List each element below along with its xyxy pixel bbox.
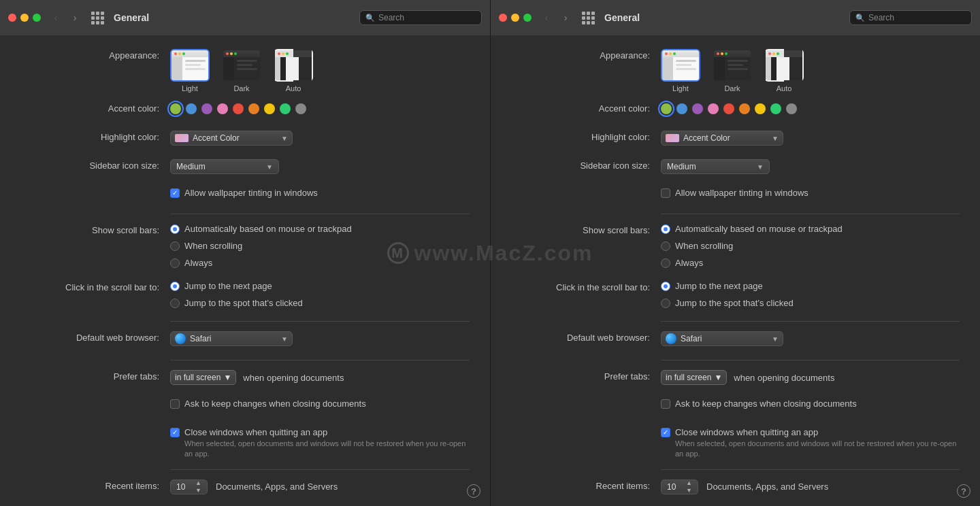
- light-thumb-right[interactable]: [661, 49, 700, 82]
- click-spot-radio-right[interactable]: [661, 299, 670, 308]
- scroll-scrolling-radio[interactable]: [170, 241, 180, 251]
- ask-changes-checkbox-row[interactable]: Ask to keep changes when closing documen…: [170, 399, 366, 409]
- appearance-options-right: Light: [661, 49, 804, 92]
- accent-red[interactable]: [233, 103, 244, 114]
- wallpaper-checkbox[interactable]: [170, 188, 180, 198]
- highlight-dropdown-right[interactable]: Accent Color ▼: [661, 131, 783, 146]
- sidebar-size-control: Medium ▼: [170, 159, 470, 174]
- search-bar-right[interactable]: 🔍 Search: [849, 10, 972, 25]
- click-next-option[interactable]: Jump to the next page: [170, 281, 272, 291]
- accent-purple-right[interactable]: [692, 103, 703, 114]
- sidebar-size-dropdown-right[interactable]: Medium ▼: [661, 159, 770, 174]
- auto-thumb[interactable]: [274, 49, 313, 82]
- highlight-color-row: Highlight color: Accent Color ▼: [20, 131, 470, 150]
- click-next-radio-right[interactable]: [661, 282, 670, 291]
- forward-button-right[interactable]: ›: [559, 11, 572, 24]
- prefer-tabs-arrow: ▼: [223, 373, 231, 382]
- wallpaper-checkbox-row-right[interactable]: Allow wallpaper tinting in windows: [661, 188, 808, 198]
- back-button-right[interactable]: ‹: [540, 11, 553, 24]
- help-button-right[interactable]: ?: [957, 484, 970, 498]
- minimize-button-right[interactable]: [511, 14, 519, 22]
- accent-orange-right[interactable]: [739, 103, 750, 114]
- browser-dropdown[interactable]: Safari ▼: [170, 331, 293, 346]
- accent-purple[interactable]: [201, 103, 212, 114]
- appearance-dark-right[interactable]: Dark: [713, 49, 752, 92]
- ask-changes-checkbox[interactable]: [170, 399, 180, 409]
- click-scroll-row: Click in the scroll bar to: Jump to the …: [20, 281, 470, 311]
- scroll-always-radio[interactable]: [170, 258, 180, 268]
- scroll-scrolling-radio-right[interactable]: [661, 241, 670, 251]
- click-spot-right[interactable]: Jump to the spot that's clicked: [661, 298, 794, 308]
- accent-green2-right[interactable]: [770, 103, 781, 114]
- close-windows-checkbox-row[interactable]: Close windows when quitting an app When …: [170, 427, 470, 460]
- wallpaper-checkbox-right[interactable]: [661, 188, 670, 198]
- divider-3: [170, 360, 470, 360]
- scroll-always-right[interactable]: Always: [661, 258, 703, 268]
- prefer-tabs-dropdown[interactable]: in full screen ▼: [170, 370, 236, 385]
- search-bar-left[interactable]: 🔍 Search: [359, 10, 482, 25]
- maximize-button-right[interactable]: [523, 14, 532, 22]
- click-spot-option[interactable]: Jump to the spot that's clicked: [170, 298, 303, 308]
- close-windows-checkbox-row-right[interactable]: Close windows when quitting an app When …: [661, 427, 960, 460]
- grid-icon-right[interactable]: [582, 12, 595, 24]
- recent-items-label: Recent items:: [20, 479, 170, 491]
- recent-spinner[interactable]: 10 ▲ ▼: [170, 479, 208, 494]
- highlight-dropdown[interactable]: Accent Color ▼: [170, 131, 293, 146]
- close-windows-checkbox[interactable]: [170, 428, 180, 437]
- back-button[interactable]: ‹: [49, 11, 63, 24]
- scroll-always-option[interactable]: Always: [170, 258, 212, 268]
- accent-yellow-right[interactable]: [755, 103, 766, 114]
- click-scroll-control: Jump to the next page Jump to the spot t…: [170, 281, 470, 311]
- scroll-scrolling-right[interactable]: When scrolling: [661, 241, 733, 251]
- maximize-button[interactable]: [33, 14, 41, 22]
- prefer-tabs-label-right: Prefer tabs:: [511, 370, 661, 382]
- click-next-radio[interactable]: [170, 282, 180, 291]
- dark-thumb[interactable]: [222, 49, 261, 82]
- accent-yellow[interactable]: [264, 103, 275, 114]
- click-spot-radio[interactable]: [170, 299, 180, 308]
- accent-orange[interactable]: [248, 103, 259, 114]
- appearance-auto-right[interactable]: Auto: [764, 49, 804, 92]
- browser-dropdown-right[interactable]: Safari ▼: [661, 331, 783, 346]
- light-thumb[interactable]: [170, 49, 210, 82]
- accent-green[interactable]: [170, 103, 181, 114]
- auto-thumb-right[interactable]: [764, 49, 804, 82]
- appearance-control: Light: [170, 49, 470, 92]
- close-windows-checkbox-right[interactable]: [661, 428, 670, 437]
- accent-blue[interactable]: [186, 103, 197, 114]
- scroll-auto-radio[interactable]: [170, 224, 180, 234]
- close-button[interactable]: [8, 14, 16, 22]
- close-button-right[interactable]: [499, 14, 507, 22]
- scroll-always-radio-right[interactable]: [661, 258, 670, 268]
- scroll-scrolling-option[interactable]: When scrolling: [170, 241, 242, 251]
- minimize-button[interactable]: [20, 14, 29, 22]
- accent-red-right[interactable]: [723, 103, 734, 114]
- accent-blue-right[interactable]: [676, 103, 687, 114]
- recent-items-label-right: Recent items:: [511, 479, 661, 491]
- dark-thumb-right[interactable]: [713, 49, 752, 82]
- recent-spinner-right[interactable]: 10 ▲ ▼: [661, 479, 698, 494]
- accent-graphite-right[interactable]: [786, 103, 797, 114]
- grid-icon[interactable]: [91, 12, 104, 24]
- appearance-auto[interactable]: Auto: [274, 49, 313, 92]
- accent-pink[interactable]: [217, 103, 228, 114]
- wallpaper-checkbox-row[interactable]: Allow wallpaper tinting in windows: [170, 188, 318, 198]
- help-button-left[interactable]: ?: [467, 484, 480, 498]
- accent-green-right[interactable]: [661, 103, 672, 114]
- appearance-light[interactable]: Light: [170, 49, 210, 92]
- scroll-auto-radio-right[interactable]: [661, 224, 670, 234]
- scroll-auto-right[interactable]: Automatically based on mouse or trackpad: [661, 224, 843, 234]
- search-icon-right: 🔍: [855, 14, 865, 22]
- appearance-light-right[interactable]: Light: [661, 49, 700, 92]
- sidebar-size-dropdown[interactable]: Medium ▼: [170, 159, 279, 174]
- accent-graphite[interactable]: [295, 103, 306, 114]
- click-next-right[interactable]: Jump to the next page: [661, 281, 763, 291]
- accent-pink-right[interactable]: [708, 103, 719, 114]
- appearance-dark[interactable]: Dark: [222, 49, 261, 92]
- forward-button[interactable]: ›: [68, 11, 82, 24]
- accent-green2[interactable]: [280, 103, 291, 114]
- ask-changes-checkbox-right[interactable]: [661, 399, 670, 409]
- prefer-tabs-dropdown-right[interactable]: in full screen ▼: [661, 370, 727, 385]
- ask-changes-checkbox-row-right[interactable]: Ask to keep changes when closing documen…: [661, 399, 857, 409]
- scroll-auto-option[interactable]: Automatically based on mouse or trackpad: [170, 224, 352, 234]
